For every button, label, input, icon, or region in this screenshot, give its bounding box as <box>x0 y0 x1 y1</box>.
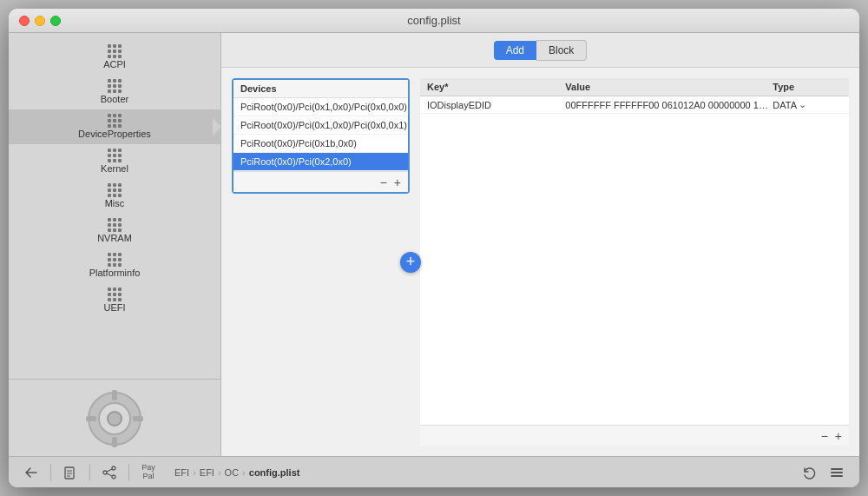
sidebar-item-uefi[interactable]: UEFI <box>9 283 220 318</box>
devices-list: PciRoot(0x0)/Pci(0x1,0x0)/Pci(0x0,0x0) P… <box>233 98 408 171</box>
svg-rect-4 <box>112 437 117 447</box>
divider-2 <box>89 464 90 481</box>
settings-wheel-icon <box>84 388 145 449</box>
sidebar-item-platforminfo[interactable]: Platforminfo <box>9 248 220 283</box>
device-item-0[interactable]: PciRoot(0x0)/Pci(0x1,0x0)/Pci(0x0,0x0) <box>233 98 408 116</box>
list-view-button[interactable] <box>825 462 849 483</box>
svg-line-16 <box>107 469 112 472</box>
props-table-body: IODisplayEDID 00FFFFFF FFFFFF00 061012A0… <box>420 96 849 425</box>
toolbar-right <box>797 462 849 483</box>
svg-rect-18 <box>831 468 843 470</box>
sidebar-item-misc[interactable]: Misc <box>9 179 220 214</box>
breadcrumb-efi2[interactable]: EFI <box>200 467 214 478</box>
svg-point-13 <box>112 466 115 470</box>
sidebar-label-misc: Misc <box>105 198 125 208</box>
export-button[interactable] <box>58 462 82 483</box>
share-button[interactable] <box>97 462 122 483</box>
main-content: ACPI Booter DeviceProperties <box>9 33 859 456</box>
device-item-1[interactable]: PciRoot(0x0)/Pci(0x1,0x0)/Pci(0x0,0x1) <box>233 116 408 135</box>
sidebar-item-acpi[interactable]: ACPI <box>9 40 220 75</box>
breadcrumb-oc[interactable]: OC <box>225 467 240 478</box>
panel-body: Devices PciRoot(0x0)/Pci(0x1,0x0)/Pci(0x… <box>221 68 859 456</box>
device-item-2[interactable]: PciRoot(0x0)/Pci(0x1b,0x0) <box>233 135 408 153</box>
svg-point-15 <box>112 475 115 479</box>
divider-1 <box>50 464 51 481</box>
sidebar-label-deviceproperties: DeviceProperties <box>78 129 151 139</box>
breadcrumb: EFI › EFI › OC › config.plist <box>174 467 299 478</box>
svg-rect-19 <box>831 472 843 473</box>
col-key: Key* <box>427 82 565 92</box>
main-window: config.plist ACPI Booter <box>9 9 859 487</box>
maximize-button[interactable] <box>50 16 61 26</box>
table-row[interactable]: IODisplayEDID 00FFFFFF FFFFFF00 061012A0… <box>420 96 849 114</box>
undo-button[interactable] <box>797 462 821 483</box>
sidebar-arrow <box>213 118 220 136</box>
col-type: Type <box>773 82 842 92</box>
grid-icon-kernel <box>106 149 123 162</box>
close-button[interactable] <box>19 16 30 26</box>
sidebar-label-nvram: NVRAM <box>97 233 132 243</box>
back-button[interactable] <box>19 462 43 483</box>
cell-key: IODisplayEDID <box>427 100 565 110</box>
sidebar-bottom <box>9 379 220 456</box>
svg-rect-5 <box>86 416 96 421</box>
remove-prop-button[interactable]: − <box>821 430 828 442</box>
right-panel: Add Block Devices PciRoot(0x0)/Pci(0x1,0… <box>221 33 859 456</box>
devices-footer: − + <box>233 171 408 192</box>
sidebar: ACPI Booter DeviceProperties <box>9 33 221 456</box>
sidebar-label-uefi: UEFI <box>103 302 125 313</box>
svg-rect-20 <box>831 475 843 477</box>
add-button[interactable]: Add <box>494 41 536 60</box>
minimize-button[interactable] <box>35 16 45 26</box>
sidebar-label-booter: Booter <box>101 94 128 104</box>
sidebar-item-deviceproperties[interactable]: DeviceProperties <box>9 109 220 144</box>
sidebar-items: ACPI Booter DeviceProperties <box>9 33 220 379</box>
share-icon <box>102 465 117 480</box>
props-footer: − + <box>420 425 849 446</box>
sidebar-item-nvram[interactable]: NVRAM <box>9 214 220 248</box>
grid-icon-uefi <box>106 288 123 301</box>
grid-icon-booter <box>106 80 123 92</box>
grid-icon-misc <box>106 184 123 196</box>
svg-rect-3 <box>112 390 117 400</box>
breadcrumb-configplist[interactable]: config.plist <box>249 467 300 478</box>
device-item-3[interactable]: PciRoot(0x0)/Pci(0x2,0x0) <box>233 153 408 171</box>
svg-line-17 <box>107 473 112 476</box>
remove-device-button[interactable]: − <box>380 176 387 188</box>
traffic-lights <box>19 16 61 26</box>
svg-point-2 <box>108 412 122 426</box>
sidebar-label-platforminfo: Platforminfo <box>89 268 141 278</box>
add-device-button[interactable]: + <box>394 176 401 188</box>
svg-point-14 <box>103 471 107 474</box>
breadcrumb-sep-2: › <box>218 467 221 478</box>
bottom-toolbar: PayPal EFI › EFI › OC › config.plist <box>9 456 859 487</box>
props-panel: Key* Value Type IODisplayEDID 00FFFFFF F… <box>420 78 849 446</box>
add-prop-button[interactable]: + <box>835 430 842 442</box>
cell-value: 00FFFFFF FFFFFF00 061012A0 00000000 1C16… <box>565 100 773 110</box>
type-dropdown-arrow[interactable]: ⌄ <box>799 99 806 110</box>
list-icon <box>829 465 845 480</box>
col-value: Value <box>565 82 773 92</box>
grid-icon-acpi <box>106 45 123 57</box>
grid-icon-nvram <box>106 219 123 231</box>
devices-panel: Devices PciRoot(0x0)/Pci(0x1,0x0)/Pci(0x… <box>232 78 410 194</box>
breadcrumb-sep-1: › <box>193 467 196 478</box>
block-button[interactable]: Block <box>536 40 587 61</box>
breadcrumb-efi1[interactable]: EFI <box>174 467 189 478</box>
sidebar-item-booter[interactable]: Booter <box>9 75 220 109</box>
breadcrumb-sep-3: › <box>242 467 246 478</box>
sidebar-item-kernel[interactable]: Kernel <box>9 144 220 179</box>
grid-icon-deviceproperties <box>106 115 123 127</box>
grid-icon-platforminfo <box>106 254 123 266</box>
undo-icon <box>801 465 817 480</box>
sidebar-label-kernel: Kernel <box>101 163 128 174</box>
devices-container: Devices PciRoot(0x0)/Pci(0x1,0x0)/Pci(0x… <box>232 78 410 446</box>
add-property-circle-button[interactable]: + <box>400 252 421 273</box>
paypal-button[interactable]: PayPal <box>136 462 161 483</box>
window-title: config.plist <box>407 14 460 27</box>
panel-toolbar: Add Block <box>221 33 859 68</box>
divider-3 <box>128 464 129 481</box>
cell-type: DATA ⌄ <box>773 99 842 110</box>
devices-header: Devices <box>233 80 408 98</box>
export-icon <box>62 465 78 480</box>
